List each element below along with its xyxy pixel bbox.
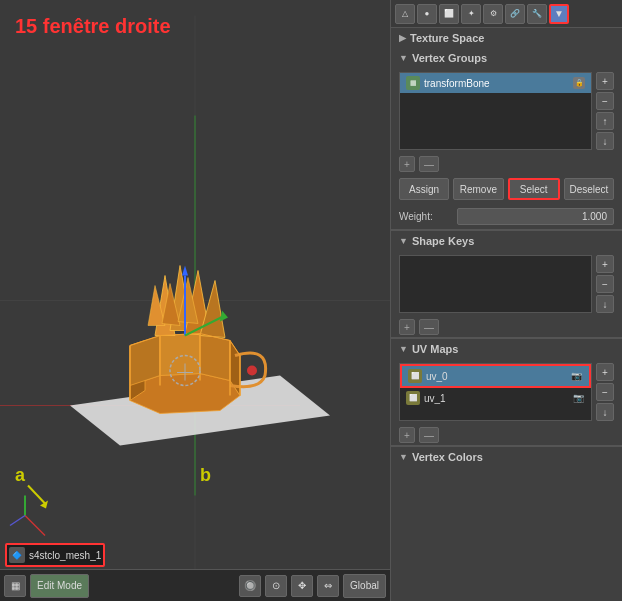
texture-space-label: Texture Space (410, 32, 484, 44)
uv-list: ⬜ uv_0 📷 ⬜ uv_1 📷 (399, 363, 592, 421)
vertex-group-mesh-icon: ▦ (406, 76, 420, 90)
vg-up-button[interactable]: ↑ (596, 112, 614, 130)
select-button[interactable]: Select (508, 178, 560, 200)
viewport-mode-icon[interactable]: ▦ (4, 575, 26, 597)
mesh-label-box: 🔷 s4stclo_mesh_1 (5, 543, 105, 567)
transform-icon[interactable]: ✥ (291, 575, 313, 597)
uv-0-icon: ⬜ (408, 369, 422, 383)
material-icon[interactable]: ● (417, 4, 437, 24)
shape-keys-list[interactable] (399, 255, 592, 313)
panel-toolbar: △ ● ⬜ ✦ ⚙ 🔗 🔧 ▼ (391, 0, 622, 28)
uv-0-camera-icon[interactable]: 📷 (569, 369, 583, 383)
constraints-icon[interactable]: 🔗 (505, 4, 525, 24)
texture-icon[interactable]: ⬜ (439, 4, 459, 24)
weight-row: Weight: 1.000 (391, 204, 622, 229)
texture-space-header[interactable]: ▶ Texture Space (391, 28, 622, 48)
vg-list-minus[interactable]: — (419, 156, 439, 172)
modifiers-icon[interactable]: 🔧 (527, 4, 547, 24)
svg-text:a: a (15, 465, 26, 485)
particles-icon[interactable]: ✦ (461, 4, 481, 24)
right-panel: △ ● ⬜ ✦ ⚙ 🔗 🔧 ▼ ▶ Texture Space ▼ Vertex… (390, 0, 622, 601)
shape-keys-container: + − ↓ (391, 251, 622, 317)
vertex-groups-header[interactable]: ▼ Vertex Groups (391, 48, 622, 68)
sk-remove-button[interactable]: − (596, 275, 614, 293)
object-data-icon[interactable]: △ (395, 4, 415, 24)
vg-action-buttons: Assign Remove Select Deselect (391, 174, 622, 204)
sk-list-minus[interactable]: — (419, 319, 439, 335)
uv-down-button[interactable]: ↓ (596, 403, 614, 421)
vg-add-button[interactable]: + (596, 72, 614, 90)
vertex-groups-label: Vertex Groups (412, 52, 487, 64)
vg-side-buttons: + − ↑ ↓ (596, 72, 614, 150)
uv-list-add[interactable]: + (399, 427, 415, 443)
uv-list-controls: + — (391, 425, 622, 445)
uv-list-minus[interactable]: — (419, 427, 439, 443)
sk-list-controls: + — (391, 317, 622, 337)
vg-list-add[interactable]: + (399, 156, 415, 172)
assign-button[interactable]: Assign (399, 178, 449, 200)
uv-map-item-0[interactable]: ⬜ uv_0 📷 (400, 364, 591, 388)
uv-maps-label: UV Maps (412, 343, 458, 355)
uv-add-button[interactable]: + (596, 363, 614, 381)
sk-down-button[interactable]: ↓ (596, 295, 614, 313)
svg-text:b: b (200, 465, 211, 485)
annotation-title: 15 fenêtre droite (15, 15, 171, 38)
sk-side-buttons: + − ↓ (596, 255, 614, 313)
vertex-colors-header[interactable]: ▼ Vertex Colors (391, 446, 622, 467)
shape-keys-header[interactable]: ▼ Shape Keys (391, 230, 622, 251)
uv-remove-button[interactable]: − (596, 383, 614, 401)
texture-space-arrow: ▶ (399, 33, 406, 43)
remove-button[interactable]: Remove (453, 178, 503, 200)
uv-side-buttons: + − ↓ (596, 363, 614, 421)
uv-1-camera-icon[interactable]: 📷 (571, 391, 585, 405)
edit-mode-button[interactable]: Edit Mode (30, 574, 89, 598)
global-button[interactable]: Global (343, 574, 386, 598)
vertex-groups-list[interactable]: ▦ transformBone 🔒 (399, 72, 592, 150)
viewport-bottom-bar: ▦ Edit Mode 🔘 ⊙ ✥ ⇔ Global (0, 569, 390, 601)
svg-marker-10 (200, 334, 230, 381)
vertex-colors-label: Vertex Colors (412, 451, 483, 463)
vertex-group-name: transformBone (424, 78, 490, 89)
shape-keys-arrow: ▼ (399, 236, 408, 246)
uv-maps-arrow: ▼ (399, 344, 408, 354)
vg-remove-button[interactable]: − (596, 92, 614, 110)
vertex-groups-arrow: ▼ (399, 53, 408, 63)
vertex-colors-arrow: ▼ (399, 452, 408, 462)
object-data-props-icon[interactable]: ▼ (549, 4, 569, 24)
proportional-icon[interactable]: ⊙ (265, 575, 287, 597)
uv-map-item-1[interactable]: ⬜ uv_1 📷 (400, 388, 591, 408)
weight-label: Weight: (399, 211, 449, 222)
snap-icon[interactable]: 🔘 (239, 575, 261, 597)
svg-point-35 (247, 366, 257, 376)
vertex-group-item[interactable]: ▦ transformBone 🔒 (400, 73, 591, 93)
uv-maps-header[interactable]: ▼ UV Maps (391, 338, 622, 359)
vertex-groups-container: ▦ transformBone 🔒 + − ↑ ↓ (391, 68, 622, 154)
mirror-icon[interactable]: ⇔ (317, 575, 339, 597)
physics-icon[interactable]: ⚙ (483, 4, 503, 24)
uv-0-name: uv_0 (426, 371, 448, 382)
weight-value[interactable]: 1.000 (457, 208, 614, 225)
deselect-button[interactable]: Deselect (564, 178, 614, 200)
vg-list-controls: + — (391, 154, 622, 174)
sk-add-button[interactable]: + (596, 255, 614, 273)
uv-1-icon: ⬜ (406, 391, 420, 405)
uv-1-name: uv_1 (424, 393, 446, 404)
shape-keys-label: Shape Keys (412, 235, 474, 247)
svg-marker-9 (160, 334, 200, 376)
mesh-name: s4stclo_mesh_1 (29, 550, 101, 561)
sk-list-add[interactable]: + (399, 319, 415, 335)
vg-down-button[interactable]: ↓ (596, 132, 614, 150)
uv-list-container: ⬜ uv_0 📷 ⬜ uv_1 📷 + − ↓ (391, 359, 622, 425)
blender-icon: 🔷 (9, 547, 25, 563)
vertex-group-lock-icon[interactable]: 🔒 (573, 77, 585, 89)
viewport[interactable]: a b 15 fenêtre droite 🔷 s4stclo_mesh_1 ▦… (0, 0, 390, 601)
